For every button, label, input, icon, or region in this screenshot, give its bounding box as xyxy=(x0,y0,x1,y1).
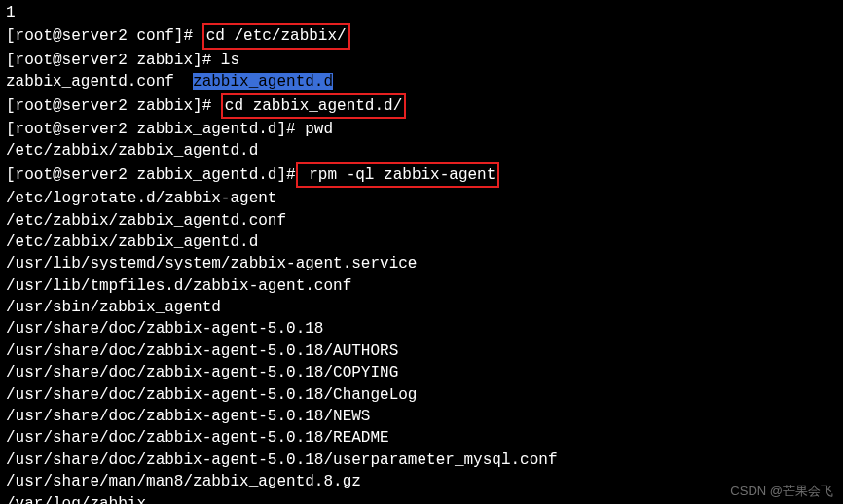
text: /usr/share/doc/zabbix-agent-5.0.18 xyxy=(6,320,323,338)
rpm-output-line: /etc/logrotate.d/zabbix-agent xyxy=(6,188,837,209)
terminal-line: [root@server2 zabbix_agentd.d]# pwd xyxy=(6,119,837,140)
highlight-box-cmd3: cd zabbix_agentd.d/ xyxy=(221,93,406,119)
watermark: CSDN @芒果会飞 xyxy=(730,483,833,500)
terminal-line: [root@server2 conf]# cd /etc/zabbix/ xyxy=(6,23,837,49)
terminal-line: zabbix_agentd.conf zabbix_agentd.d xyxy=(6,71,837,92)
rpm-output-line: /usr/share/doc/zabbix-agent-5.0.18/READM… xyxy=(6,427,837,449)
rpm-output-line: /usr/share/doc/zabbix-agent-5.0.18/NEWS xyxy=(6,406,837,427)
terminal-line: [root@server2 zabbix_agentd.d]# rpm -ql … xyxy=(6,162,837,188)
terminal-line: 1 xyxy=(6,2,837,23)
rpm-output-line: /usr/share/man/man8/zabbix_agentd.8.gz xyxy=(6,471,837,492)
rpm-output-line: /usr/sbin/zabbix_agentd xyxy=(6,297,837,318)
text: /usr/share/doc/zabbix-agent-5.0.18/NEWS xyxy=(6,408,370,425)
rpm-output-line: /usr/share/doc/zabbix-agent-5.0.18/userp… xyxy=(6,450,837,471)
prompt: [root@server2 zabbix]# xyxy=(6,97,221,115)
text: /etc/logrotate.d/zabbix-agent xyxy=(6,190,276,207)
text: /usr/lib/systemd/system/zabbix-agent.ser… xyxy=(6,255,417,272)
text: /etc/zabbix/zabbix_agentd.d xyxy=(6,234,258,251)
highlight-box-cmd1: cd /etc/zabbix/ xyxy=(202,23,350,49)
terminal-line: [root@server2 zabbix]# ls xyxy=(6,50,837,71)
pwd-output: /etc/zabbix/zabbix_agentd.d xyxy=(6,142,258,160)
rpm-output-line: /etc/zabbix/zabbix_agentd.d xyxy=(6,232,837,253)
rpm-output-line: /usr/share/doc/zabbix-agent-5.0.18 xyxy=(6,318,837,340)
text: /usr/share/man/man8/zabbix_agentd.8.gz xyxy=(6,473,361,490)
rpm-output-line: /usr/share/doc/zabbix-agent-5.0.18/AUTHO… xyxy=(6,341,837,362)
prompt: [root@server2 zabbix_agentd.d]# xyxy=(6,166,296,184)
rpm-output-line: /usr/share/doc/zabbix-agent-5.0.18/COPYI… xyxy=(6,362,837,383)
text: /var/log/zabbix xyxy=(6,495,146,504)
command: ls xyxy=(221,52,239,69)
rpm-output-line: /usr/lib/tmpfiles.d/zabbix-agent.conf xyxy=(6,275,837,297)
rpm-output-line: /var/log/zabbix xyxy=(6,493,837,504)
highlight-box-cmd5: rpm -ql zabbix-agent xyxy=(296,162,500,188)
prompt: [root@server2 zabbix_agentd.d]# xyxy=(6,121,305,138)
rpm-output-line: /usr/share/doc/zabbix-agent-5.0.18/Chang… xyxy=(6,384,837,406)
terminal-line: /etc/zabbix/zabbix_agentd.d xyxy=(6,140,837,162)
text: /etc/zabbix/zabbix_agentd.conf xyxy=(6,212,286,230)
text: /usr/share/doc/zabbix-agent-5.0.18/READM… xyxy=(6,429,389,447)
ls-output-file: zabbix_agentd.conf xyxy=(6,73,193,90)
text: /usr/share/doc/zabbix-agent-5.0.18/Chang… xyxy=(6,386,417,404)
rpm-output-line: /etc/zabbix/zabbix_agentd.conf xyxy=(6,210,837,232)
ls-output-dir-selected: zabbix_agentd.d xyxy=(193,73,333,90)
command: pwd xyxy=(305,121,333,138)
prompt: [root@server2 zabbix]# xyxy=(6,52,221,69)
rpm-output-line: /usr/lib/systemd/system/zabbix-agent.ser… xyxy=(6,253,837,274)
text: /usr/lib/tmpfiles.d/zabbix-agent.conf xyxy=(6,277,351,295)
prompt: [root@server2 conf]# xyxy=(6,27,202,45)
text: /usr/share/doc/zabbix-agent-5.0.18/userp… xyxy=(6,451,558,469)
text: 1 xyxy=(6,4,16,21)
text: /usr/sbin/zabbix_agentd xyxy=(6,299,221,316)
terminal-line: [root@server2 zabbix]# cd zabbix_agentd.… xyxy=(6,93,837,119)
text: /usr/share/doc/zabbix-agent-5.0.18/COPYI… xyxy=(6,364,398,381)
text: /usr/share/doc/zabbix-agent-5.0.18/AUTHO… xyxy=(6,342,398,360)
